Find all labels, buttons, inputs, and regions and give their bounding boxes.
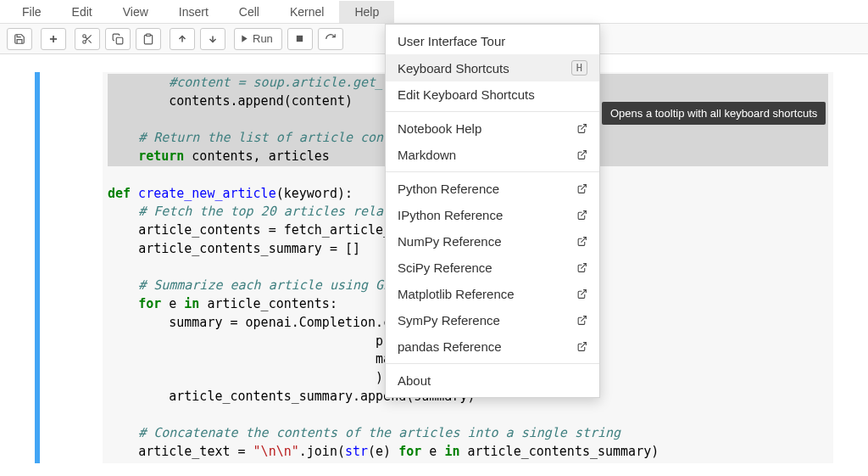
menu-numpy-reference[interactable]: NumPy Reference — [386, 228, 599, 255]
menu-edit-keyboard-shortcuts[interactable]: Edit Keyboard Shortcuts — [386, 81, 599, 108]
menu-item-label: Matplotlib Reference — [398, 287, 515, 301]
menu-item-label: IPython Reference — [398, 208, 503, 222]
menu-cell[interactable]: Cell — [224, 1, 275, 23]
menu-markdown[interactable]: Markdown — [386, 142, 599, 168]
restart-button[interactable] — [318, 28, 343, 50]
refresh-icon — [325, 33, 337, 45]
menu-item-label: SymPy Reference — [398, 313, 500, 328]
svg-line-6 — [86, 36, 87, 38]
menu-kernel[interactable]: Kernel — [275, 1, 339, 23]
external-link-icon — [576, 236, 587, 247]
svg-line-13 — [581, 125, 586, 130]
svg-line-18 — [581, 264, 586, 269]
external-link-icon — [576, 123, 587, 134]
menu-ipython-reference[interactable]: IPython Reference — [386, 202, 599, 228]
menubar: File Edit View Insert Cell Kernel Help — [0, 0, 868, 24]
svg-line-21 — [581, 343, 586, 348]
arrow-down-icon — [208, 34, 218, 44]
external-link-icon — [576, 183, 587, 194]
svg-rect-8 — [147, 34, 151, 36]
menu-python-reference[interactable]: Python Reference — [386, 176, 599, 202]
tooltip-keyboard-shortcuts: Opens a tooltip with all keyboard shortc… — [602, 102, 826, 125]
menu-item-label: Markdown — [398, 148, 456, 162]
svg-line-16 — [581, 211, 586, 216]
menu-item-label: pandas Reference — [398, 339, 502, 354]
menu-insert[interactable]: Insert — [164, 1, 224, 23]
external-link-icon — [576, 288, 587, 300]
menu-item-label: NumPy Reference — [398, 234, 502, 249]
menu-item-label: Notebook Help — [398, 121, 481, 136]
menu-edit[interactable]: Edit — [57, 1, 108, 23]
cell-gutter — [35, 72, 40, 463]
run-label: Run — [253, 32, 273, 45]
prompt-area — [43, 72, 103, 463]
svg-line-14 — [581, 151, 586, 156]
menu-keyboard-shortcuts[interactable]: Keyboard Shortcuts H — [386, 54, 599, 81]
menu-sympy-reference[interactable]: SymPy Reference — [386, 307, 599, 333]
svg-marker-11 — [242, 35, 247, 42]
menu-about[interactable]: About — [386, 367, 599, 394]
menu-item-label: SciPy Reference — [398, 260, 492, 275]
menu-item-label: Edit Keyboard Shortcuts — [398, 87, 535, 102]
menu-item-label: User Interface Tour — [398, 34, 505, 48]
menu-file[interactable]: File — [7, 1, 57, 23]
external-link-icon — [576, 262, 587, 273]
copy-button[interactable] — [105, 28, 131, 50]
cut-icon — [81, 33, 93, 45]
menu-scipy-reference[interactable]: SciPy Reference — [386, 255, 599, 281]
menu-ui-tour[interactable]: User Interface Tour — [386, 28, 599, 54]
menu-separator — [386, 363, 599, 364]
interrupt-button[interactable] — [287, 28, 313, 50]
external-link-icon — [576, 341, 587, 352]
svg-line-15 — [581, 185, 586, 190]
save-icon — [14, 33, 25, 45]
move-down-button[interactable] — [200, 28, 225, 50]
external-link-icon — [576, 149, 587, 160]
svg-rect-12 — [297, 36, 303, 42]
insert-cell-button[interactable] — [41, 28, 66, 50]
svg-line-19 — [581, 290, 586, 295]
menu-item-label: Python Reference — [398, 182, 499, 196]
menu-separator — [386, 111, 599, 112]
menu-item-label: About — [398, 373, 431, 388]
menu-help[interactable]: Help — [339, 1, 394, 23]
cut-button[interactable] — [75, 28, 100, 50]
svg-line-5 — [88, 40, 91, 42]
plus-icon — [47, 33, 59, 45]
move-up-button[interactable] — [170, 28, 195, 50]
arrow-up-icon — [177, 34, 187, 44]
menu-notebook-help[interactable]: Notebook Help — [386, 115, 599, 142]
help-menu-dropdown: User Interface Tour Keyboard Shortcuts H… — [385, 24, 600, 398]
menu-view[interactable]: View — [108, 1, 164, 23]
stop-icon — [295, 34, 304, 43]
menu-matplotlib-reference[interactable]: Matplotlib Reference — [386, 281, 599, 307]
svg-point-2 — [83, 34, 86, 37]
svg-point-3 — [83, 40, 86, 43]
svg-line-17 — [581, 238, 586, 243]
paste-icon — [142, 33, 154, 45]
svg-line-20 — [581, 316, 586, 322]
menu-pandas-reference[interactable]: pandas Reference — [386, 333, 599, 360]
svg-rect-7 — [116, 37, 123, 44]
paste-button[interactable] — [136, 28, 161, 50]
play-icon — [240, 34, 249, 43]
menu-item-label: Keyboard Shortcuts — [398, 61, 509, 76]
run-button[interactable]: Run — [234, 28, 282, 50]
copy-icon — [112, 33, 124, 45]
kbd-hint: H — [571, 60, 587, 76]
external-link-icon — [576, 315, 587, 326]
menu-separator — [386, 171, 599, 172]
save-button[interactable] — [7, 28, 32, 50]
external-link-icon — [576, 210, 587, 221]
